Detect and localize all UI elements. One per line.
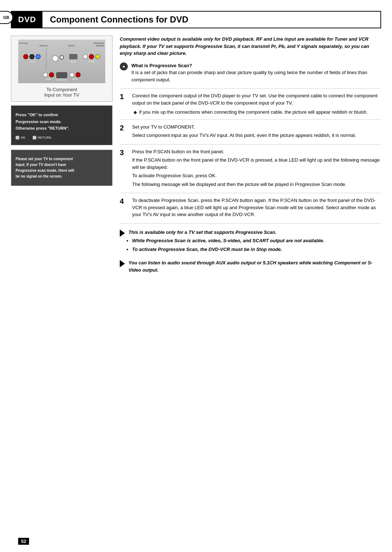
arrow-note-2: You can listen to audio sound through AU… (120, 259, 381, 273)
step-num-3: 3 (120, 148, 127, 157)
page-header: DVD Component Connections for DVD (11, 11, 381, 28)
device-diagram-box: DVD Only SPEAKERS FRONT R FRONT L WOOFER (11, 36, 113, 102)
arrow-icon-2 (120, 260, 125, 267)
screen-box-2-text: Please set your TV to component input. I… (16, 156, 74, 179)
page-number: 52 (18, 538, 29, 545)
step-row-2: 2 Set your TV to COMPONENT. Select compo… (120, 120, 381, 145)
page-title: Component Connections for DVD (42, 12, 380, 28)
step-num-2: 2 (120, 123, 127, 132)
intro-paragraph: Component video output is available only… (120, 36, 381, 57)
step-content-4: To deactivate Progressive Scan, press th… (132, 197, 381, 220)
screen-box-1-text: Press "OK" to confirm Porgressive scan m… (16, 111, 108, 132)
step-row-1: 1 Connect the component output of the DV… (120, 89, 381, 120)
arrow-note-1-content: This is available only for a TV set that… (128, 229, 324, 255)
step-row-4: 4 To deactivate Progressive Scan, press … (120, 193, 381, 224)
arrow-icon-1 (120, 230, 125, 237)
step-row-3: 3 Press the P.SCAN button on the front p… (120, 145, 381, 194)
ok-button-indicator (16, 136, 19, 139)
gb-badge: GB (0, 11, 13, 24)
component-label: To ComponentInput on Your TV (44, 87, 79, 98)
device-diagram-image: DVD Only SPEAKERS FRONT R FRONT L WOOFER (18, 40, 105, 83)
left-column: DVD Only SPEAKERS FRONT R FRONT L WOOFER (11, 36, 113, 277)
step-content-1: Connect the component output of the DVD … (132, 92, 381, 116)
screen-box-1: Press "OK" to confirm Porgressive scan m… (11, 105, 113, 145)
note-box: ● What is Progressive Scan? It is a set … (120, 62, 381, 84)
note-icon: ● (120, 62, 128, 70)
arrow-note-2-content: You can listen to audio sound through AU… (128, 259, 381, 273)
step-num-1: 1 (120, 92, 127, 101)
note-content: What is Progressive Scan? It is a set of… (131, 62, 381, 84)
steps-container: 1 Connect the component output of the DV… (120, 88, 381, 224)
step-content-2: Set your TV to COMPONENT. Select compone… (132, 123, 381, 141)
main-content: DVD Only SPEAKERS FRONT R FRONT L WOOFER (11, 36, 381, 277)
screen-box-2: Please set your TV to component input. I… (11, 150, 113, 186)
return-button-indicator (33, 136, 36, 139)
right-column: Component video output is available only… (120, 36, 381, 277)
step-content-3: Press the P.SCAN button on the front pan… (132, 148, 381, 190)
step-num-4: 4 (120, 197, 127, 206)
dvd-label: DVD (12, 12, 42, 28)
screen-box-1-buttons: OK RETURN (16, 136, 108, 139)
arrow-note-1: This is available only for a TV set that… (120, 229, 381, 255)
